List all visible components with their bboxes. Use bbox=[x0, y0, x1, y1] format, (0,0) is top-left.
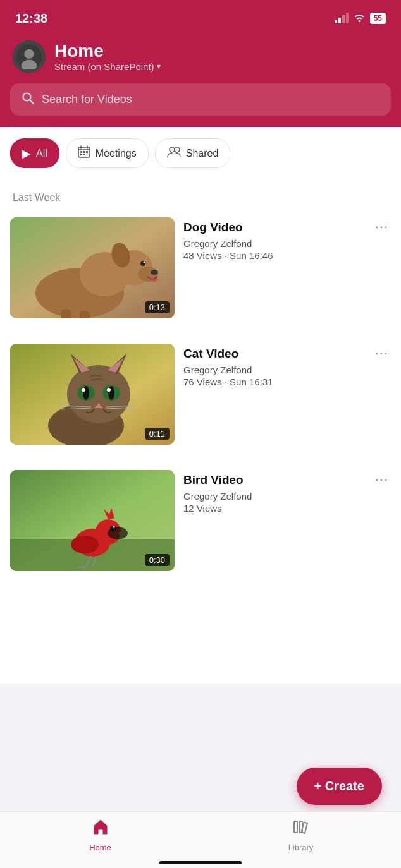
svg-point-48 bbox=[71, 536, 99, 553]
svg-point-29 bbox=[67, 365, 130, 423]
page-title: Home bbox=[54, 42, 388, 61]
shared-icon bbox=[167, 145, 181, 161]
svg-rect-60 bbox=[294, 821, 297, 833]
video-meta-bird: 12 Views bbox=[183, 503, 364, 514]
svg-point-1 bbox=[24, 49, 34, 59]
video-author-cat: Gregory Zelfond bbox=[183, 365, 364, 375]
video-duration-cat: 0:11 bbox=[145, 428, 170, 440]
home-icon bbox=[92, 818, 109, 840]
more-options-cat[interactable]: ··· bbox=[373, 345, 391, 361]
create-button-label: + Create bbox=[314, 779, 365, 793]
nav-home-label: Home bbox=[89, 843, 111, 852]
video-item-cat[interactable]: 0:11 Cat Video Gregory Zelfond 76 Views … bbox=[0, 337, 401, 457]
section-label-last-week: Last Week bbox=[0, 178, 401, 211]
header-text: Home Stream (on SharePoint) ▾ bbox=[54, 42, 388, 72]
battery-icon: 55 bbox=[370, 13, 386, 24]
wifi-icon bbox=[352, 12, 366, 25]
video-duration-bird: 0:30 bbox=[145, 554, 170, 566]
play-icon: ▶ bbox=[22, 147, 31, 160]
svg-rect-11 bbox=[86, 151, 88, 153]
nav-home[interactable]: Home bbox=[0, 812, 200, 858]
more-options-bird[interactable]: ··· bbox=[373, 471, 391, 488]
video-title-cat: Cat Video bbox=[183, 346, 364, 362]
status-icons: 55 bbox=[335, 12, 386, 25]
filter-shared[interactable]: Shared bbox=[155, 138, 231, 168]
calendar-icon bbox=[78, 145, 90, 161]
video-duration-dog: 0:13 bbox=[145, 301, 170, 313]
filters-container: ▶ All Meetings bbox=[0, 127, 401, 178]
status-bar: 12:38 55 bbox=[0, 0, 401, 34]
svg-point-15 bbox=[175, 147, 180, 152]
search-bar[interactable]: Search for Videos bbox=[10, 83, 391, 116]
status-time: 12:38 bbox=[15, 11, 47, 26]
video-thumb-cat: 0:11 bbox=[10, 344, 175, 445]
video-author-bird: Gregory Zelfond bbox=[183, 491, 364, 502]
svg-point-24 bbox=[144, 262, 145, 263]
search-input[interactable]: Search for Videos bbox=[42, 93, 132, 106]
filter-shared-label: Shared bbox=[186, 148, 219, 159]
video-thumb-dog: 0:13 bbox=[10, 217, 175, 318]
header: Home Stream (on SharePoint) ▾ bbox=[0, 34, 401, 83]
bottom-nav: Home Library bbox=[0, 811, 401, 868]
svg-rect-26 bbox=[80, 311, 90, 318]
svg-point-39 bbox=[107, 388, 111, 392]
svg-rect-10 bbox=[83, 151, 85, 153]
more-options-dog[interactable]: ··· bbox=[373, 219, 391, 235]
video-item-dog[interactable]: 0:13 Dog Video Gregory Zelfond 48 Views … bbox=[0, 211, 401, 331]
content-area: Last Week bbox=[0, 178, 401, 684]
svg-rect-13 bbox=[83, 154, 85, 155]
filter-all-label: All bbox=[36, 148, 47, 159]
video-info-dog: Dog Video Gregory Zelfond 48 Views · Sun… bbox=[183, 217, 364, 261]
svg-rect-25 bbox=[61, 309, 71, 318]
search-container: Search for Videos bbox=[0, 83, 401, 127]
home-indicator bbox=[159, 861, 242, 864]
video-title-dog: Dog Video bbox=[183, 220, 364, 236]
filter-all[interactable]: ▶ All bbox=[10, 138, 59, 168]
chevron-down-icon: ▾ bbox=[157, 62, 161, 71]
filter-meetings-label: Meetings bbox=[96, 148, 137, 159]
filter-meetings[interactable]: Meetings bbox=[66, 138, 149, 168]
video-item-bird[interactable]: 0:30 Bird Video Gregory Zelfond 12 Views… bbox=[0, 464, 401, 584]
library-icon bbox=[292, 818, 310, 840]
avatar bbox=[13, 40, 46, 73]
video-meta-cat: 76 Views · Sun 16:31 bbox=[183, 377, 364, 387]
create-button[interactable]: + Create bbox=[297, 768, 383, 805]
video-title-bird: Bird Video bbox=[183, 473, 364, 488]
video-info-cat: Cat Video Gregory Zelfond 76 Views · Sun… bbox=[183, 344, 364, 387]
svg-point-22 bbox=[151, 270, 158, 275]
signal-icon bbox=[335, 13, 349, 23]
svg-point-55 bbox=[108, 527, 128, 539]
video-thumb-bird: 0:30 bbox=[10, 470, 175, 571]
svg-rect-9 bbox=[80, 151, 82, 153]
video-author-dog: Gregory Zelfond bbox=[183, 238, 364, 249]
svg-line-4 bbox=[30, 100, 34, 104]
video-info-bird: Bird Video Gregory Zelfond 12 Views bbox=[183, 470, 364, 514]
nav-library-label: Library bbox=[288, 843, 314, 852]
nav-library[interactable]: Library bbox=[200, 812, 401, 858]
app-subtitle[interactable]: Stream (on SharePoint) ▾ bbox=[54, 61, 388, 72]
video-meta-dog: 48 Views · Sun 16:46 bbox=[183, 250, 364, 261]
svg-rect-12 bbox=[80, 154, 82, 155]
svg-point-38 bbox=[82, 388, 85, 392]
svg-point-14 bbox=[170, 147, 175, 152]
search-icon bbox=[22, 92, 34, 107]
